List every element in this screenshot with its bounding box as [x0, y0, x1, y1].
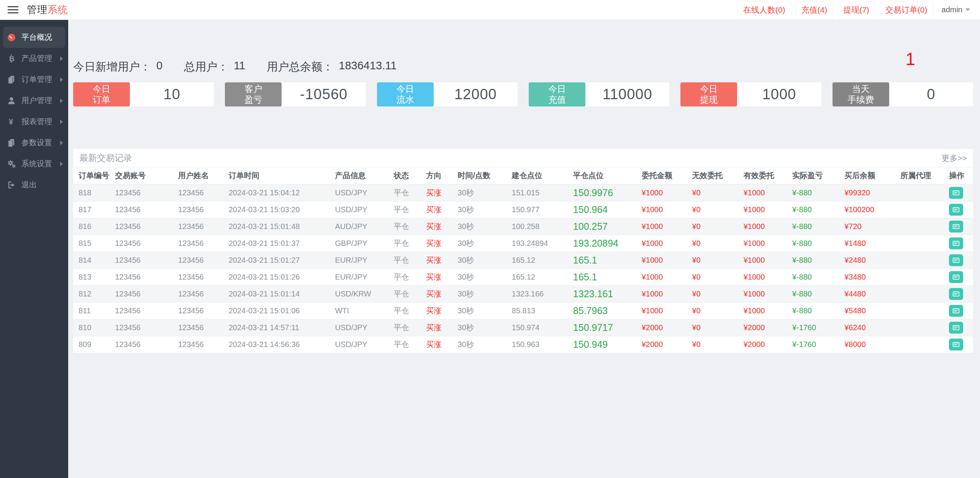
sidebar-item-users[interactable]: 用户管理 — [0, 90, 68, 111]
table-row: 818 123456 123456 2024-03-21 15:04:12 US… — [73, 184, 973, 201]
admin-username: admin — [942, 5, 962, 14]
column-header: 时间/点数 — [455, 167, 509, 184]
online-users-link[interactable]: 在线人数(0) — [737, 1, 791, 19]
chevron-right-icon — [60, 141, 63, 145]
card-label-line1: 当天 — [852, 84, 870, 95]
cell-order-time: 2024-03-21 14:57:11 — [226, 319, 332, 336]
cell-order-amount: ¥1000 — [639, 235, 689, 252]
trade-orders-link[interactable]: 交易订单(0) — [880, 1, 933, 19]
cell-actions — [946, 336, 973, 353]
more-link[interactable]: 更多>> — [941, 153, 967, 164]
detail-button[interactable] — [949, 237, 963, 249]
cell-invalid-amount: ¥0 — [689, 201, 741, 218]
cell-account: 123456 — [112, 302, 175, 319]
cell-valid-amount: ¥1000 — [741, 218, 789, 235]
withdraw-link[interactable]: 提现(7) — [837, 1, 875, 19]
card-label: 当天 手续费 — [833, 82, 889, 106]
detail-button[interactable] — [949, 305, 963, 317]
cell-order-time: 2024-03-21 15:01:37 — [226, 235, 332, 252]
cell-order-amount: ¥2000 — [639, 336, 689, 353]
cell-period: 30秒 — [455, 336, 509, 353]
sidebar-item-system-settings[interactable]: 系统设置 — [0, 153, 68, 174]
cell-invalid-amount: ¥0 — [689, 302, 741, 319]
column-header: 订单时间 — [226, 167, 332, 184]
cell-close-price: 100.257 — [570, 218, 639, 235]
card-label: 客户 盈亏 — [225, 82, 282, 106]
sidebar-item-reports[interactable]: ¥ 报表管理 — [0, 111, 68, 132]
sidebar-item-label: 订单管理 — [21, 74, 52, 85]
cell-actions — [946, 218, 973, 235]
card-label-line2: 订单 — [93, 95, 110, 105]
card-label-line1: 今日 — [548, 84, 566, 95]
card-label-line2: 提现 — [700, 95, 718, 105]
detail-button[interactable] — [949, 204, 963, 216]
cell-product: USD/JPY — [332, 336, 390, 353]
sidebar-item-products[interactable]: B 产品管理 — [0, 48, 68, 69]
cell-product: WTI — [332, 302, 390, 319]
card-label-line2: 充值 — [548, 95, 566, 105]
cell-direction: 买涨 — [423, 252, 454, 268]
sidebar-item-label: 用户管理 — [21, 95, 52, 106]
card-today-recharge: 今日 充值 110000 — [529, 82, 669, 106]
cell-actual-pnl: ¥-880 — [789, 184, 842, 201]
cell-open-price: 85.813 — [509, 302, 570, 319]
cell-order-id: 815 — [73, 235, 112, 252]
admin-dropdown[interactable]: admin — [938, 2, 974, 17]
user-icon — [7, 96, 16, 105]
detail-button[interactable] — [949, 187, 963, 199]
cell-actual-pnl: ¥-880 — [789, 285, 842, 302]
card-label: 今日 订单 — [73, 82, 130, 106]
topbar-right: 在线人数(0) 充值(4) 提现(7) 交易订单(0) admin — [737, 1, 980, 19]
detail-button[interactable] — [949, 288, 963, 300]
detail-button[interactable] — [949, 254, 963, 266]
stat-value: 1836413.11 — [339, 59, 397, 75]
sidebar-item-label: 退出 — [21, 180, 37, 190]
cell-period: 30秒 — [455, 319, 509, 336]
column-header: 方向 — [423, 167, 454, 184]
panel-header: 最新交易记录 更多>> — [73, 149, 973, 167]
stat-total-balance: 用户总余额： 1836413.11 — [267, 59, 397, 75]
cell-account: 123456 — [112, 235, 175, 252]
cell-actions — [946, 302, 973, 319]
card-label-line1: 今日 — [397, 84, 414, 95]
app-title: 管理系统 — [27, 3, 68, 16]
topbar: 管理系统 在线人数(0) 充值(4) 提现(7) 交易订单(0) admin — [0, 0, 980, 20]
cell-period: 30秒 — [455, 285, 509, 302]
panel-title: 最新交易记录 — [79, 152, 132, 164]
sidebar: 平台概况 B 产品管理 订单管理 用户管理 ¥ 报表管理 — [0, 20, 68, 478]
sidebar-item-parameters[interactable]: 参数设置 — [0, 132, 68, 153]
cell-product: USD/JPY — [332, 319, 390, 336]
sidebar-item-label: 系统设置 — [21, 159, 52, 169]
recharge-link[interactable]: 充值(4) — [796, 1, 833, 19]
cell-actions — [946, 184, 973, 201]
detail-button[interactable] — [949, 339, 963, 350]
cell-open-price: 151.015 — [509, 184, 570, 201]
app-title-accent: 系统 — [48, 4, 68, 15]
column-header: 委托金额 — [639, 167, 689, 184]
detail-button[interactable] — [949, 221, 963, 232]
sidebar-item-orders[interactable]: 订单管理 — [0, 69, 68, 90]
svg-text:B: B — [9, 55, 15, 63]
sidebar-item-logout[interactable]: 退出 — [0, 174, 68, 195]
column-header: 无效委托 — [689, 167, 741, 184]
cell-direction: 买涨 — [423, 218, 454, 235]
cell-product: USD/JPY — [332, 184, 390, 201]
card-today-fees: 当天 手续费 0 — [833, 82, 973, 106]
cell-invalid-amount: ¥0 — [689, 218, 741, 235]
stat-value: 11 — [234, 59, 245, 75]
detail-button[interactable] — [949, 271, 963, 283]
chevron-right-icon — [60, 77, 63, 82]
latest-trades-panel: 最新交易记录 更多>> 订单编号 交易账号 用户姓名 — [73, 149, 973, 353]
cell-actual-pnl: ¥-1760 — [789, 319, 842, 336]
card-value: 1000 — [737, 82, 821, 106]
detail-button[interactable] — [949, 322, 963, 334]
card-label-line1: 今日 — [700, 84, 718, 95]
stat-value: 0 — [156, 59, 162, 75]
cell-close-price: 165.1 — [570, 252, 639, 268]
sidebar-item-platform-overview[interactable]: 平台概况 — [3, 27, 65, 48]
cell-close-price: 150.949 — [570, 336, 639, 353]
hamburger-menu-icon[interactable] — [8, 4, 18, 15]
cell-balance-after: ¥3480 — [841, 268, 897, 285]
cell-agent — [897, 319, 946, 336]
cell-open-price: 150.963 — [509, 336, 570, 353]
